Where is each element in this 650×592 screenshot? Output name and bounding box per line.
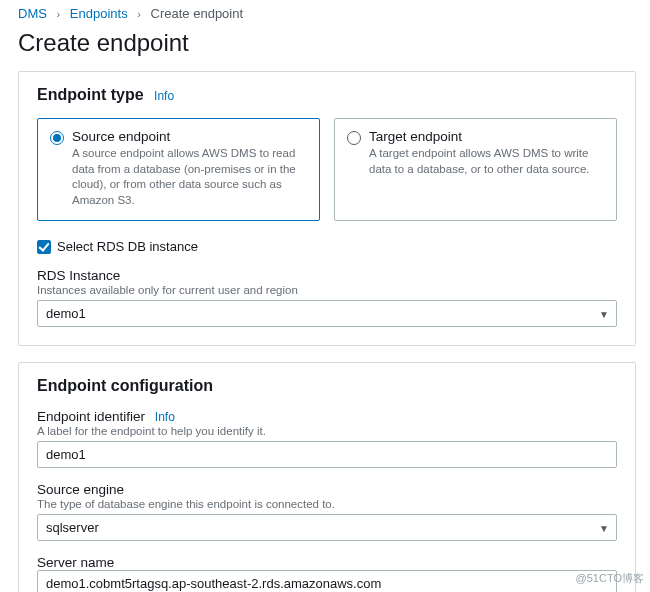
endpoint-identifier-label: Endpoint identifier Info <box>37 409 617 424</box>
server-name-input[interactable] <box>37 570 617 592</box>
source-engine-select[interactable]: sqlserver <box>37 514 617 541</box>
endpoint-type-panel: Endpoint type Info Source endpoint A sou… <box>18 71 636 346</box>
source-endpoint-title: Source endpoint <box>72 129 307 144</box>
checkbox-checked-icon[interactable] <box>37 240 51 254</box>
endpoint-type-radio-group: Source endpoint A source endpoint allows… <box>37 118 617 221</box>
source-engine-hint: The type of database engine this endpoin… <box>37 498 617 510</box>
endpoint-config-panel: Endpoint configuration Endpoint identifi… <box>18 362 636 592</box>
rds-instance-label: RDS Instance <box>37 268 617 283</box>
server-name-label: Server name <box>37 555 617 570</box>
source-engine-label: Source engine <box>37 482 617 497</box>
breadcrumb-current: Create endpoint <box>151 6 244 21</box>
source-endpoint-desc: A source endpoint allows AWS DMS to read… <box>72 146 307 208</box>
rds-instance-select[interactable]: demo1 <box>37 300 617 327</box>
breadcrumb-endpoints[interactable]: Endpoints <box>70 6 128 21</box>
radio-on-icon <box>50 131 64 145</box>
heading-text: Endpoint type <box>37 86 144 103</box>
breadcrumb: DMS › Endpoints › Create endpoint <box>18 6 636 21</box>
target-endpoint-title: Target endpoint <box>369 129 604 144</box>
rds-instance-hint: Instances available only for current use… <box>37 284 617 296</box>
watermark: @51CTO博客 <box>576 571 644 586</box>
endpoint-config-heading: Endpoint configuration <box>37 377 617 395</box>
chevron-right-icon: › <box>137 8 141 20</box>
endpoint-identifier-input[interactable] <box>37 441 617 468</box>
endpoint-type-heading: Endpoint type Info <box>37 86 617 104</box>
chevron-right-icon: › <box>57 8 61 20</box>
info-link[interactable]: Info <box>155 410 175 424</box>
target-endpoint-option[interactable]: Target endpoint A target endpoint allows… <box>334 118 617 221</box>
endpoint-identifier-hint: A label for the endpoint to help you ide… <box>37 425 617 437</box>
breadcrumb-dms[interactable]: DMS <box>18 6 47 21</box>
radio-off-icon <box>347 131 361 145</box>
info-link[interactable]: Info <box>154 89 174 103</box>
select-rds-checkbox-row[interactable]: Select RDS DB instance <box>37 239 617 254</box>
source-endpoint-option[interactable]: Source endpoint A source endpoint allows… <box>37 118 320 221</box>
target-endpoint-desc: A target endpoint allows AWS DMS to writ… <box>369 146 604 177</box>
select-rds-label: Select RDS DB instance <box>57 239 198 254</box>
page-title: Create endpoint <box>18 29 636 57</box>
